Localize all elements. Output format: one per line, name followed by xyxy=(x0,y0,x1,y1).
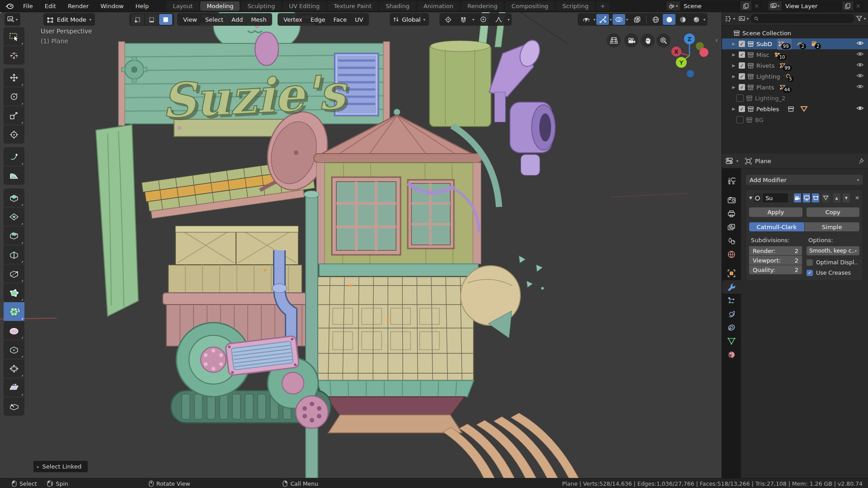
tab-scene[interactable] xyxy=(722,234,741,248)
vertex-select-button[interactable] xyxy=(131,14,144,25)
tab-constraints[interactable] xyxy=(722,321,741,334)
tab-view-layer[interactable] xyxy=(722,221,741,234)
collection-checkbox[interactable]: ✓ xyxy=(736,116,744,123)
filter-funnel-icon[interactable] xyxy=(856,16,862,21)
overlays-chevron[interactable]: ▾ xyxy=(626,18,628,22)
tab-world[interactable] xyxy=(722,248,741,261)
editor-type-menu[interactable]: ▾ xyxy=(5,13,20,26)
menu-edge[interactable]: Edge xyxy=(307,16,330,23)
display-mode-chevron[interactable]: ▾ xyxy=(747,17,749,21)
snap-settings-chevron[interactable]: ▾ xyxy=(472,18,474,22)
display-mode-icon[interactable] xyxy=(739,16,745,21)
hide-eye-toggle[interactable] xyxy=(856,62,864,68)
pivot-point-dropdown[interactable] xyxy=(442,14,454,25)
tool-smooth[interactable] xyxy=(4,321,24,340)
pin-icon[interactable] xyxy=(859,158,865,164)
view-layer-new-button[interactable] xyxy=(842,1,853,10)
viewport-3d[interactable]: ​ Suzie's Suzie's ▾ Edit Mode ▾ View Sel… xyxy=(0,12,722,478)
copy-button[interactable]: Copy xyxy=(807,207,860,217)
modifier-oncage-toggle[interactable] xyxy=(822,193,829,202)
face-select-button[interactable] xyxy=(159,14,172,25)
orientation-dropdown[interactable]: Global ▾ xyxy=(390,13,429,26)
mode-dropdown[interactable]: Edit Mode ▾ xyxy=(43,13,95,26)
tab-material[interactable] xyxy=(722,348,741,361)
collection-checkbox[interactable]: ✓ xyxy=(739,41,745,47)
tab-tool[interactable] xyxy=(722,174,741,188)
expand-icon[interactable]: ▶ xyxy=(731,107,736,111)
catmull-clark-button[interactable]: Catmull-Clark xyxy=(749,222,804,231)
tool-select-box[interactable] xyxy=(4,27,24,46)
tab-shading[interactable]: Shading xyxy=(379,1,416,11)
tool-poly-build[interactable] xyxy=(4,283,24,302)
collection-checkbox[interactable]: ✓ xyxy=(739,73,745,80)
collection-checkbox[interactable]: ✓ xyxy=(739,62,745,69)
filter-chevron[interactable]: ▾ xyxy=(864,17,866,21)
tool-inset-faces[interactable] xyxy=(4,207,24,226)
menu-file[interactable]: File xyxy=(17,3,39,9)
tab-object-data[interactable] xyxy=(722,334,741,348)
shading-wireframe-button[interactable] xyxy=(649,14,662,25)
collection-checkbox[interactable]: ✓ xyxy=(739,84,745,90)
collection-checkbox[interactable]: ✓ xyxy=(739,106,745,112)
modifier-name-field[interactable] xyxy=(763,193,788,202)
snap-toggle[interactable] xyxy=(457,14,470,25)
menu-render[interactable]: Render xyxy=(62,3,94,9)
hide-eye-toggle[interactable] xyxy=(856,105,864,111)
collection-row-pebbles[interactable]: ▶ ✓ Pebbles xyxy=(722,103,868,114)
collection-row-plants[interactable]: ▶ ✓ Plants 44 xyxy=(722,82,868,93)
hide-eye-toggle[interactable] xyxy=(856,84,864,89)
axis-neg-x-handle[interactable] xyxy=(699,48,708,57)
falloff-dropdown[interactable] xyxy=(492,14,505,25)
editor-type-chevron[interactable]: ▾ xyxy=(733,17,735,21)
simple-button[interactable]: Simple xyxy=(805,222,860,231)
tab-animation[interactable]: Animation xyxy=(417,1,460,11)
menu-view[interactable]: View xyxy=(179,16,201,23)
tool-extrude-region[interactable] xyxy=(4,188,24,207)
menu-add[interactable]: Add xyxy=(227,16,247,23)
tool-annotate[interactable] xyxy=(4,147,24,166)
tab-object[interactable] xyxy=(722,267,741,280)
show-gizmo-toggle[interactable] xyxy=(596,14,609,25)
modifier-render-toggle[interactable] xyxy=(794,193,801,202)
render-subdivisions-field[interactable]: Render: 2 xyxy=(749,246,802,255)
shading-rendered-button[interactable] xyxy=(690,14,703,25)
expand-icon[interactable]: ▶ xyxy=(731,63,736,68)
operator-panel[interactable]: ▸ Select Linked xyxy=(33,461,88,472)
collection-row-bg[interactable]: ✓ BG xyxy=(722,114,868,125)
tool-transform[interactable] xyxy=(4,125,24,144)
axis-neg-z-handle[interactable] xyxy=(687,70,694,77)
tool-cursor[interactable] xyxy=(4,46,24,65)
quality-field[interactable]: Quality: 2 xyxy=(749,265,802,274)
tab-render[interactable] xyxy=(722,193,741,207)
expand-icon[interactable]: ▶ xyxy=(731,85,736,89)
show-overlays-toggle[interactable] xyxy=(613,14,625,25)
collection-checkbox[interactable]: ✓ xyxy=(739,52,745,58)
hide-eye-toggle[interactable] xyxy=(856,40,864,46)
move-modifier-up-button[interactable]: ▲ xyxy=(833,193,840,202)
tool-shrink-fatten[interactable] xyxy=(4,359,24,378)
scene-name-field[interactable]: Scene xyxy=(680,1,741,10)
tool-shear[interactable] xyxy=(4,378,24,397)
shading-solid-button[interactable] xyxy=(663,14,675,25)
tool-scale[interactable] xyxy=(4,106,24,125)
collection-row-misc[interactable]: ▶ ✓ Misc 10 xyxy=(722,49,868,60)
tool-spin[interactable] xyxy=(4,302,24,321)
collection-row-lighting2[interactable]: ✓ Lighting_2 xyxy=(722,93,868,103)
apply-button[interactable]: Apply xyxy=(749,207,802,217)
scene-unlink-button[interactable]: ✕ xyxy=(751,1,762,10)
pan-view-button[interactable] xyxy=(641,33,655,47)
collection-checkbox[interactable]: ✓ xyxy=(736,94,744,102)
shading-material-button[interactable] xyxy=(676,14,689,25)
sidebar-collapse-arrow[interactable]: ‹ xyxy=(715,36,718,44)
expand-icon[interactable]: ▶ xyxy=(731,74,736,79)
toggle-perspective-button[interactable] xyxy=(607,33,621,47)
visibility-chevron[interactable]: ▾ xyxy=(594,18,595,22)
tab-particles[interactable] xyxy=(722,294,741,307)
tool-rip-region[interactable] xyxy=(4,397,24,416)
menu-face[interactable]: Face xyxy=(330,16,351,23)
properties-editor-icon[interactable] xyxy=(726,158,733,164)
collection-row-subd[interactable]: ▶ ✓ SubD 99 2 2 xyxy=(722,38,868,49)
collection-row-lighting[interactable]: ▶ ✓ Lighting 5 xyxy=(722,71,868,82)
modifier-editmode-toggle[interactable] xyxy=(812,193,819,202)
blender-logo-icon[interactable] xyxy=(0,3,17,9)
